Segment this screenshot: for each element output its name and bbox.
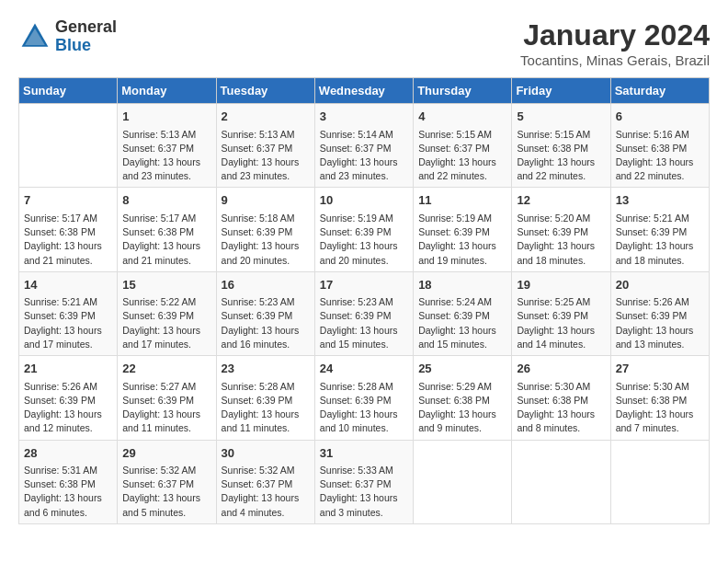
calendar-cell: 15Sunrise: 5:22 AM Sunset: 6:39 PM Dayli…	[118, 271, 216, 355]
day-number: 3	[320, 108, 408, 126]
calendar-week-row: 1Sunrise: 5:13 AM Sunset: 6:37 PM Daylig…	[19, 104, 710, 188]
calendar-cell: 30Sunrise: 5:32 AM Sunset: 6:37 PM Dayli…	[216, 440, 314, 523]
day-detail: Sunrise: 5:33 AM Sunset: 6:37 PM Dayligh…	[320, 464, 408, 520]
calendar-cell: 4Sunrise: 5:15 AM Sunset: 6:37 PM Daylig…	[414, 104, 512, 188]
day-detail: Sunrise: 5:25 AM Sunset: 6:39 PM Dayligh…	[517, 295, 605, 351]
col-friday: Friday	[512, 78, 610, 104]
calendar-cell: 26Sunrise: 5:30 AM Sunset: 6:38 PM Dayli…	[512, 356, 610, 440]
day-detail: Sunrise: 5:16 AM Sunset: 6:38 PM Dayligh…	[616, 128, 704, 184]
day-number: 18	[418, 276, 506, 294]
calendar-cell: 5Sunrise: 5:15 AM Sunset: 6:38 PM Daylig…	[512, 104, 610, 188]
sub-title: Tocantins, Minas Gerais, Brazil	[520, 52, 710, 68]
day-detail: Sunrise: 5:23 AM Sunset: 6:39 PM Dayligh…	[320, 295, 408, 351]
calendar-cell: 6Sunrise: 5:16 AM Sunset: 6:38 PM Daylig…	[610, 104, 709, 188]
col-wednesday: Wednesday	[314, 78, 413, 104]
day-detail: Sunrise: 5:18 AM Sunset: 6:39 PM Dayligh…	[222, 212, 310, 268]
calendar-cell: 25Sunrise: 5:29 AM Sunset: 6:38 PM Dayli…	[414, 356, 512, 440]
day-detail: Sunrise: 5:27 AM Sunset: 6:39 PM Dayligh…	[122, 380, 210, 436]
calendar-week-row: 7Sunrise: 5:17 AM Sunset: 6:38 PM Daylig…	[19, 188, 710, 271]
calendar-cell: 8Sunrise: 5:17 AM Sunset: 6:38 PM Daylig…	[118, 188, 216, 271]
day-number: 5	[517, 108, 605, 126]
logo-text: General Blue	[55, 18, 117, 55]
calendar-cell: 20Sunrise: 5:26 AM Sunset: 6:39 PM Dayli…	[610, 271, 709, 355]
calendar-week-row: 21Sunrise: 5:26 AM Sunset: 6:39 PM Dayli…	[19, 356, 710, 440]
calendar-cell: 10Sunrise: 5:19 AM Sunset: 6:39 PM Dayli…	[314, 188, 413, 271]
logo: General Blue	[18, 18, 117, 55]
main-title: January 2024	[520, 18, 710, 52]
calendar-cell	[414, 440, 512, 523]
calendar-cell	[610, 440, 709, 523]
day-detail: Sunrise: 5:19 AM Sunset: 6:39 PM Dayligh…	[320, 212, 408, 268]
calendar-cell: 17Sunrise: 5:23 AM Sunset: 6:39 PM Dayli…	[314, 271, 413, 355]
day-number: 27	[616, 360, 704, 378]
day-number: 31	[320, 444, 408, 463]
calendar-week-row: 28Sunrise: 5:31 AM Sunset: 6:38 PM Dayli…	[19, 440, 710, 523]
day-detail: Sunrise: 5:21 AM Sunset: 6:39 PM Dayligh…	[24, 295, 112, 351]
calendar-cell: 14Sunrise: 5:21 AM Sunset: 6:39 PM Dayli…	[19, 271, 118, 355]
day-detail: Sunrise: 5:15 AM Sunset: 6:37 PM Dayligh…	[418, 128, 506, 184]
day-number: 4	[418, 108, 506, 126]
day-detail: Sunrise: 5:24 AM Sunset: 6:39 PM Dayligh…	[418, 295, 506, 351]
day-detail: Sunrise: 5:28 AM Sunset: 6:39 PM Dayligh…	[222, 380, 310, 436]
day-number: 17	[320, 276, 408, 294]
day-number: 23	[222, 360, 310, 378]
calendar-cell: 28Sunrise: 5:31 AM Sunset: 6:38 PM Dayli…	[19, 440, 118, 523]
day-detail: Sunrise: 5:17 AM Sunset: 6:38 PM Dayligh…	[24, 212, 112, 268]
day-number: 14	[24, 276, 112, 294]
logo-icon	[18, 20, 51, 53]
day-detail: Sunrise: 5:31 AM Sunset: 6:38 PM Dayligh…	[24, 464, 112, 520]
day-detail: Sunrise: 5:13 AM Sunset: 6:37 PM Dayligh…	[122, 128, 210, 184]
day-detail: Sunrise: 5:13 AM Sunset: 6:37 PM Dayligh…	[222, 128, 310, 184]
day-detail: Sunrise: 5:26 AM Sunset: 6:39 PM Dayligh…	[24, 380, 112, 436]
calendar-cell	[512, 440, 610, 523]
day-detail: Sunrise: 5:30 AM Sunset: 6:38 PM Dayligh…	[616, 380, 704, 436]
calendar-cell: 13Sunrise: 5:21 AM Sunset: 6:39 PM Dayli…	[610, 188, 709, 271]
calendar-week-row: 14Sunrise: 5:21 AM Sunset: 6:39 PM Dayli…	[19, 271, 710, 355]
day-number: 25	[418, 360, 506, 378]
day-number: 21	[24, 360, 112, 378]
calendar-cell: 23Sunrise: 5:28 AM Sunset: 6:39 PM Dayli…	[216, 356, 314, 440]
day-detail: Sunrise: 5:17 AM Sunset: 6:38 PM Dayligh…	[122, 212, 210, 268]
calendar-cell: 29Sunrise: 5:32 AM Sunset: 6:37 PM Dayli…	[118, 440, 216, 523]
day-detail: Sunrise: 5:19 AM Sunset: 6:39 PM Dayligh…	[418, 212, 506, 268]
day-number: 12	[517, 191, 605, 210]
calendar-cell: 31Sunrise: 5:33 AM Sunset: 6:37 PM Dayli…	[314, 440, 413, 523]
day-number: 9	[222, 191, 310, 210]
calendar-cell: 22Sunrise: 5:27 AM Sunset: 6:39 PM Dayli…	[118, 356, 216, 440]
day-detail: Sunrise: 5:21 AM Sunset: 6:39 PM Dayligh…	[616, 212, 704, 268]
day-detail: Sunrise: 5:23 AM Sunset: 6:39 PM Dayligh…	[222, 295, 310, 351]
calendar-cell: 21Sunrise: 5:26 AM Sunset: 6:39 PM Dayli…	[19, 356, 118, 440]
day-number: 8	[122, 191, 210, 210]
day-number: 16	[222, 276, 310, 294]
calendar-header-row: Sunday Monday Tuesday Wednesday Thursday…	[19, 78, 710, 104]
day-number: 11	[418, 191, 506, 210]
day-number: 20	[616, 276, 704, 294]
calendar-cell: 18Sunrise: 5:24 AM Sunset: 6:39 PM Dayli…	[414, 271, 512, 355]
calendar-cell: 12Sunrise: 5:20 AM Sunset: 6:39 PM Dayli…	[512, 188, 610, 271]
col-saturday: Saturday	[610, 78, 709, 104]
day-number: 7	[24, 191, 112, 210]
day-detail: Sunrise: 5:14 AM Sunset: 6:37 PM Dayligh…	[320, 128, 408, 184]
day-detail: Sunrise: 5:26 AM Sunset: 6:39 PM Dayligh…	[616, 295, 704, 351]
calendar-cell: 3Sunrise: 5:14 AM Sunset: 6:37 PM Daylig…	[314, 104, 413, 188]
calendar-cell: 24Sunrise: 5:28 AM Sunset: 6:39 PM Dayli…	[314, 356, 413, 440]
calendar-cell: 19Sunrise: 5:25 AM Sunset: 6:39 PM Dayli…	[512, 271, 610, 355]
day-number: 29	[122, 444, 210, 463]
calendar-cell: 27Sunrise: 5:30 AM Sunset: 6:38 PM Dayli…	[610, 356, 709, 440]
day-number: 10	[320, 191, 408, 210]
day-detail: Sunrise: 5:29 AM Sunset: 6:38 PM Dayligh…	[418, 380, 506, 436]
col-tuesday: Tuesday	[216, 78, 314, 104]
col-thursday: Thursday	[414, 78, 512, 104]
calendar-cell: 11Sunrise: 5:19 AM Sunset: 6:39 PM Dayli…	[414, 188, 512, 271]
title-block: January 2024 Tocantins, Minas Gerais, Br…	[520, 18, 710, 68]
calendar-cell: 1Sunrise: 5:13 AM Sunset: 6:37 PM Daylig…	[118, 104, 216, 188]
calendar-cell: 2Sunrise: 5:13 AM Sunset: 6:37 PM Daylig…	[216, 104, 314, 188]
col-sunday: Sunday	[19, 78, 118, 104]
day-number: 13	[616, 191, 704, 210]
day-number: 19	[517, 276, 605, 294]
day-number: 15	[122, 276, 210, 294]
day-number: 26	[517, 360, 605, 378]
day-number: 6	[616, 108, 704, 126]
day-detail: Sunrise: 5:32 AM Sunset: 6:37 PM Dayligh…	[122, 464, 210, 520]
day-detail: Sunrise: 5:30 AM Sunset: 6:38 PM Dayligh…	[517, 380, 605, 436]
